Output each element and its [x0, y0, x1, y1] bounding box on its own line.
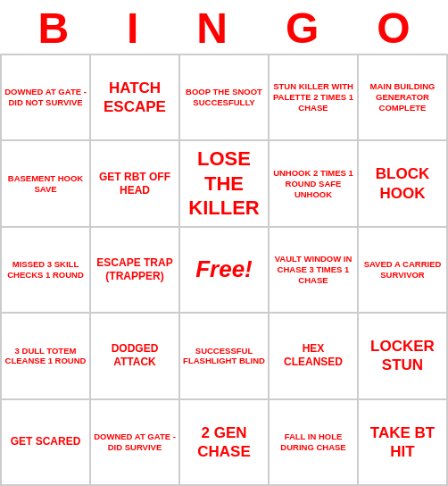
cell-11: ESCAPE TRAP (trapper) [91, 228, 180, 314]
cell-text-10: MISSED 3 SKILL CHECKS 1 ROUND [4, 259, 87, 281]
cell-text-23: FALL IN HOLE DURING CHASE [272, 432, 354, 453]
cell-17: SUCCESSFUL FLASHLIGHT BLIND [180, 314, 270, 399]
cell-4: MAIN BUILDING GENERATOR COMPLETE [359, 55, 448, 141]
header-letter-o: O [377, 7, 410, 50]
cell-6: GET RBT OFF HEAD [91, 141, 180, 227]
bingo-header: B I N G O [0, 0, 448, 54]
cell-text-6: GET RBT OFF HEAD [94, 171, 176, 197]
cell-3: STUN KILLER WITH PALETTE 2 TIMES 1 CHASE [270, 55, 359, 141]
cell-21: DOWNED AT GATE - DID SURVIVE [91, 400, 180, 486]
cell-text-24: TAKE BT HIT [361, 423, 444, 462]
cell-18: HEX CLEANSED [270, 314, 359, 399]
cell-text-20: GET SCARED [11, 435, 81, 448]
cell-22: 2 GEN CHASE [180, 400, 270, 486]
header-letter-i: I [127, 7, 138, 50]
cell-9: BLOCK HOOK [359, 141, 448, 227]
cell-8: UNHOOK 2 TIMES 1 ROUND SAFE UNHOOK [270, 141, 359, 227]
cell-13: VAULT WINDOW IN CHASE 3 TIMES 1 CHASE [270, 228, 359, 314]
cell-text-14: SAVED A CARRIED SURVIVOR [361, 259, 444, 281]
cell-text-12: Free! [195, 256, 253, 283]
cell-12: Free! [180, 228, 270, 314]
cell-14: SAVED A CARRIED SURVIVOR [359, 228, 448, 314]
cell-text-21: DOWNED AT GATE - DID SURVIVE [94, 432, 176, 453]
cell-5: BASEMENT HOOK SAVE [2, 141, 91, 227]
cell-text-5: BASEMENT HOOK SAVE [4, 173, 87, 195]
cell-text-3: STUN KILLER WITH PALETTE 2 TIMES 1 CHASE [272, 81, 354, 113]
cell-text-19: LOCKER STUN [361, 337, 444, 375]
cell-7: LOSE THE KILLER [180, 141, 270, 227]
bingo-grid: DOWNED AT GATE - DID NOT SURVIVEHATCH ES… [0, 54, 448, 486]
cell-text-13: VAULT WINDOW IN CHASE 3 TIMES 1 CHASE [272, 254, 354, 286]
cell-15: 3 DULL TOTEM CLEANSE 1 ROUND [2, 314, 91, 399]
cell-0: DOWNED AT GATE - DID NOT SURVIVE [2, 55, 91, 141]
cell-10: MISSED 3 SKILL CHECKS 1 ROUND [2, 228, 91, 314]
header-letter-g: G [286, 7, 319, 50]
header-letter-n: N [196, 7, 228, 50]
cell-text-22: 2 GEN CHASE [183, 423, 265, 462]
cell-text-16: DODGED ATTACK [94, 342, 176, 369]
header-letter-b: B [37, 7, 69, 50]
cell-24: TAKE BT HIT [359, 400, 448, 486]
cell-19: LOCKER STUN [359, 314, 448, 399]
cell-20: GET SCARED [2, 400, 91, 486]
cell-text-17: SUCCESSFUL FLASHLIGHT BLIND [183, 346, 265, 367]
cell-2: BOOP THE SNOOT SUCCESFULLY [180, 55, 270, 141]
cell-text-0: DOWNED AT GATE - DID NOT SURVIVE [4, 87, 87, 108]
cell-16: DODGED ATTACK [91, 314, 180, 399]
cell-text-11: ESCAPE TRAP (trapper) [94, 256, 176, 283]
cell-1: HATCH ESCAPE [91, 55, 180, 141]
cell-text-9: BLOCK HOOK [361, 164, 444, 203]
cell-text-4: MAIN BUILDING GENERATOR COMPLETE [361, 81, 444, 113]
cell-23: FALL IN HOLE DURING CHASE [270, 400, 359, 486]
cell-text-8: UNHOOK 2 TIMES 1 ROUND SAFE UNHOOK [272, 168, 354, 200]
cell-text-7: LOSE THE KILLER [183, 147, 265, 221]
cell-text-2: BOOP THE SNOOT SUCCESFULLY [183, 87, 265, 108]
cell-text-15: 3 DULL TOTEM CLEANSE 1 ROUND [4, 346, 87, 367]
cell-text-18: HEX CLEANSED [272, 342, 354, 369]
cell-text-1: HATCH ESCAPE [94, 79, 176, 117]
